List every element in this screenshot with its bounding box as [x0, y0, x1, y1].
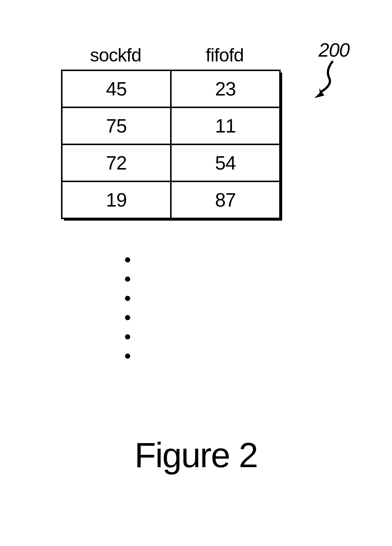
reference-number: 200 [318, 39, 349, 61]
cell-sockfd: 75 [62, 107, 171, 144]
dot-icon [125, 315, 130, 320]
cell-sockfd: 19 [62, 181, 171, 218]
table-row: 19 87 [62, 181, 280, 218]
dot-icon [125, 277, 130, 282]
dot-icon [125, 334, 130, 339]
figure-caption: Figure 2 [0, 435, 392, 475]
table-row: 75 11 [62, 107, 280, 144]
cell-fifofd: 23 [171, 70, 280, 107]
dot-icon [125, 257, 130, 262]
cell-fifofd: 54 [171, 144, 280, 181]
table-row: 72 54 [62, 144, 280, 181]
cell-sockfd: 45 [62, 70, 171, 107]
table-wrapper: 45 23 75 11 72 54 19 87 [61, 70, 281, 219]
dot-icon [125, 296, 130, 301]
cell-sockfd: 72 [62, 144, 171, 181]
reference-arrow-icon [309, 59, 342, 100]
table-row: 45 23 [62, 70, 280, 107]
table-header-row: sockfd fifofd [61, 44, 348, 66]
cell-fifofd: 11 [171, 107, 280, 144]
header-fifofd: fifofd [170, 44, 279, 66]
fd-mapping-table: 45 23 75 11 72 54 19 87 [61, 70, 281, 219]
figure-container: sockfd fifofd 45 23 75 11 72 54 19 87 [44, 44, 348, 221]
continuation-dots [125, 257, 130, 359]
dot-icon [125, 354, 130, 359]
cell-fifofd: 87 [171, 181, 280, 218]
header-sockfd: sockfd [61, 44, 170, 66]
